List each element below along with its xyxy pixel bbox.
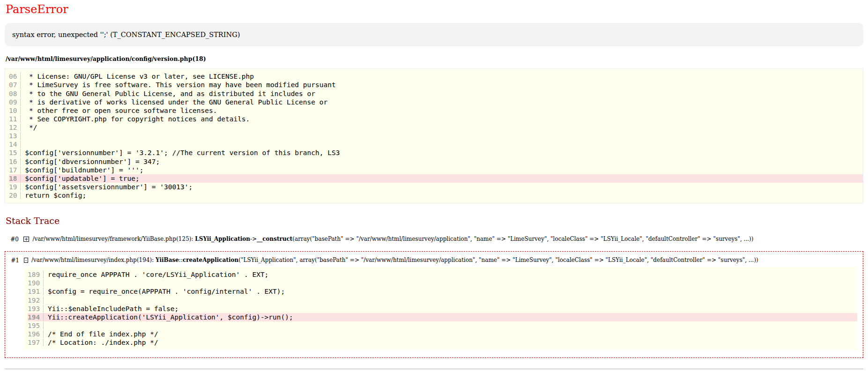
code-line: 192 [28,296,857,305]
line-number: 17 [9,166,21,174]
line-number: 194 [28,313,44,321]
code-line: 189 require_once APPPATH . 'core/LSYii_A… [28,270,857,279]
stack-trace-section: Stack Trace #0 +/var/www/html/limesurvey… [5,216,863,358]
line-number: 16 [9,158,21,165]
error-page: ParseError syntax error, unexpected '';'… [5,3,863,372]
line-number: 10 [9,107,21,114]
trace-row-1[interactable]: #1 -/var/www/html/limesurvey/index.php(1… [5,251,863,358]
source-section: /var/www/html/limesurvey/application/con… [5,55,863,203]
error-message: syntax error, unexpected '';' (T_CONSTAN… [5,23,863,46]
trace-args: ("LSYii_Application", array("basePath" =… [238,257,758,263]
trace-number: #0 [7,233,21,246]
line-number: 197 [28,339,44,346]
code-line: 10 * other free or open source software … [9,106,863,115]
line-number: 15 [9,149,21,156]
line-number: 20 [9,192,21,199]
code-line: 14 [9,140,863,149]
source-code-container: 06 * License: GNU/GPL License v3 or late… [5,68,863,203]
line-number: 195 [28,322,44,329]
footer: 2018-02-08 14:24:06 Apache/2.4.27 (Ubunt… [5,369,863,372]
code-line: 07 * LimeSurvey is free software. This v… [9,81,863,89]
line-number: 192 [28,297,44,304]
trace-row-0[interactable]: #0 +/var/www/html/limesurvey/framework/Y… [5,231,863,248]
line-number: 13 [9,132,21,140]
code-line: 191 $config = require_once(APPPATH . 'co… [28,287,857,296]
line-number: 193 [28,305,44,312]
trace-file-text: /var/www/html/limesurvey/index.php(194):… [31,257,758,263]
trace-path: /var/www/html/limesurvey/index.php(194): [31,257,156,263]
line-number: 18 [9,175,21,182]
line-number: 196 [28,330,44,338]
page-title: ParseError [6,3,863,16]
trace-args: (array("basePath" => "/var/www/html/lime… [292,236,753,242]
code-line: 197 /* Location: ./index.php */ [28,338,857,347]
trace-class-name: YiiBase [156,257,179,263]
line-number: 06 [9,73,21,80]
code-line: 11 * See COPYRIGHT.php for copyright not… [9,115,863,123]
code-line: 195 [28,321,857,330]
trace-content: -/var/www/html/limesurvey/index.php(194)… [21,254,860,355]
line-number: 12 [9,124,21,131]
code-line: 193 Yii::$enableIncludePath = false; [28,305,857,313]
line-number: 189 [28,271,44,278]
trace-content: +/var/www/html/limesurvey/framework/YiiB… [21,233,861,243]
code-line: 20 return $config; [9,191,863,200]
code-line-error: 18 $config['updatable'] = true; [9,174,863,183]
trace-method-name: createApplication [183,257,238,263]
stack-trace-heading: Stack Trace [6,216,863,226]
code-line: 06 * License: GNU/GPL License v3 or late… [9,72,863,81]
collapse-minus-icon[interactable]: - [24,258,28,263]
code-line: 08 * to the GNU General Public License, … [9,89,863,98]
line-number: 09 [9,98,21,106]
source-file-path: /var/www/html/limesurvey/application/con… [6,55,863,62]
code-line: 15 $config['versionnumber'] = '3.2.1'; /… [9,149,863,157]
line-number: 11 [9,115,21,123]
code-line: 17 $config['buildnumber'] = '''; [9,166,863,174]
trace-file-text: /var/www/html/limesurvey/framework/YiiBa… [32,236,753,242]
trace-file-line[interactable]: -/var/www/html/limesurvey/index.php(194)… [24,257,857,263]
trace-class-name: LSYii_Application [195,236,250,242]
trace-call-separator: :: [179,257,183,263]
trace-code-block: 189 require_once APPPATH . 'core/LSYii_A… [24,267,857,350]
line-number: 08 [9,90,21,97]
code-line: 196 /* End of file index.php */ [28,330,857,338]
line-number: 14 [9,141,21,148]
code-line: 09 * is derivative of works licensed und… [9,98,863,106]
trace-file-line[interactable]: +/var/www/html/limesurvey/framework/YiiB… [23,236,858,242]
trace-path: /var/www/html/limesurvey/framework/YiiBa… [32,236,195,242]
code-line: 190 [28,279,857,287]
code-line-error: 194 Yii::createApplication('LSYii_Applic… [28,313,857,321]
line-number: 190 [28,279,44,287]
line-number: 19 [9,183,21,191]
expand-plus-icon[interactable]: + [23,237,29,242]
line-number: 191 [28,288,44,295]
trace-number: #1 [8,254,21,267]
code-line: 12 */ [9,123,863,132]
trace-code-container: 189 require_once APPPATH . 'core/LSYii_A… [24,267,857,350]
code-line: 19 $config['assetsversionnumber'] = '300… [9,183,863,191]
trace-method-name: __construct [257,236,292,242]
line-number: 07 [9,81,21,89]
code-line: 16 $config['dbversionnumber'] = 347; [9,157,863,166]
code-line: 13 [9,132,863,140]
trace-call-separator: -> [250,236,257,242]
source-code-block: 06 * License: GNU/GPL License v3 or late… [5,68,863,203]
